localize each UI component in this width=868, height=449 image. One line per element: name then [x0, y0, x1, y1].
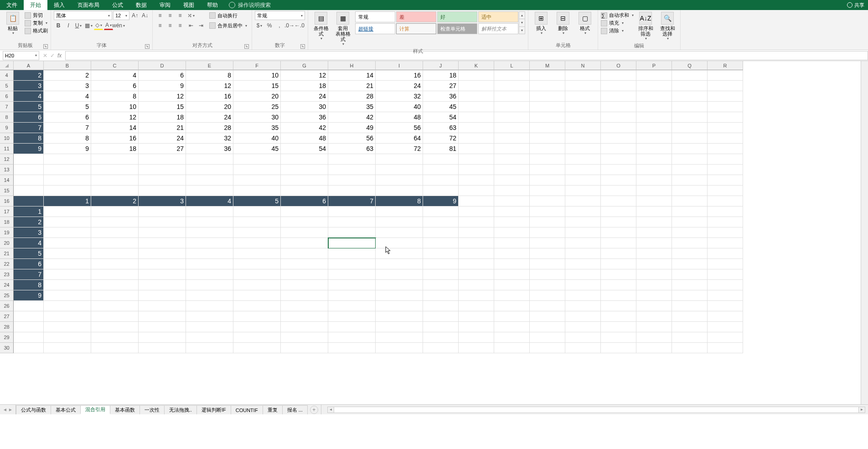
cell-E17[interactable]	[186, 206, 233, 217]
cell-P5[interactable]	[636, 81, 672, 91]
cell-C11[interactable]: 18	[91, 144, 139, 154]
cell-R19[interactable]	[708, 227, 743, 238]
col-header-N[interactable]: N	[565, 61, 601, 70]
cell-M8[interactable]	[530, 112, 565, 123]
cell-R6[interactable]	[708, 91, 743, 102]
style-neutral[interactable]: 适中	[478, 11, 518, 22]
cell-O8[interactable]	[601, 112, 636, 123]
cell-J16[interactable]: 9	[423, 196, 459, 206]
cell-R30[interactable]	[708, 343, 743, 353]
cell-I14[interactable]	[376, 175, 423, 186]
cell-G22[interactable]	[281, 259, 328, 269]
cell-B4[interactable]: 2	[44, 70, 91, 81]
cell-F11[interactable]: 45	[233, 144, 281, 154]
cell-C28[interactable]	[91, 322, 139, 332]
cell-K9[interactable]	[459, 123, 494, 133]
style-hyperlink[interactable]: 超链接	[355, 23, 395, 34]
cell-P14[interactable]	[636, 175, 672, 186]
cell-F26[interactable]	[233, 301, 281, 311]
cell-Q11[interactable]	[672, 144, 708, 154]
cell-N28[interactable]	[565, 322, 601, 332]
cell-E21[interactable]	[186, 248, 233, 259]
cell-Q28[interactable]	[672, 322, 708, 332]
cell-Q21[interactable]	[672, 248, 708, 259]
cell-L11[interactable]	[494, 144, 530, 154]
cell-D5[interactable]: 9	[139, 81, 186, 91]
cell-A25[interactable]: 9	[14, 290, 44, 301]
cell-E19[interactable]	[186, 227, 233, 238]
cell-R11[interactable]	[708, 144, 743, 154]
cell-A18[interactable]: 2	[14, 217, 44, 227]
cell-N10[interactable]	[565, 133, 601, 144]
paste-button[interactable]: 📋 粘贴 ▾	[3, 11, 23, 36]
cell-A12[interactable]	[14, 154, 44, 165]
cell-L20[interactable]	[494, 238, 530, 248]
cell-L26[interactable]	[494, 301, 530, 311]
cell-M18[interactable]	[530, 217, 565, 227]
select-all-corner[interactable]	[0, 61, 14, 70]
cell-P30[interactable]	[636, 343, 672, 353]
cell-H4[interactable]: 14	[328, 70, 376, 81]
sheet-tab[interactable]: 无法拖拽..	[164, 405, 197, 414]
cell-R5[interactable]	[708, 81, 743, 91]
cell-C29[interactable]	[91, 332, 139, 343]
cell-M21[interactable]	[530, 248, 565, 259]
cell-F24[interactable]	[233, 280, 281, 290]
cell-A29[interactable]	[14, 332, 44, 343]
cell-Q20[interactable]	[672, 238, 708, 248]
cell-H16[interactable]: 7	[328, 196, 376, 206]
cell-I20[interactable]	[376, 238, 423, 248]
cell-P10[interactable]	[636, 133, 672, 144]
row-header-8[interactable]: 8	[0, 112, 14, 123]
cell-C26[interactable]	[91, 301, 139, 311]
cell-C16[interactable]: 2	[91, 196, 139, 206]
tell-me-search[interactable]: 操作说明搜索	[229, 1, 271, 9]
cell-R18[interactable]	[708, 217, 743, 227]
cell-C20[interactable]	[91, 238, 139, 248]
cell-H19[interactable]	[328, 227, 376, 238]
cell-O13[interactable]	[601, 165, 636, 175]
cell-C12[interactable]	[91, 154, 139, 165]
cell-A19[interactable]: 3	[14, 227, 44, 238]
cell-L10[interactable]	[494, 133, 530, 144]
cell-M16[interactable]	[530, 196, 565, 206]
cell-R24[interactable]	[708, 280, 743, 290]
cell-N27[interactable]	[565, 311, 601, 322]
cell-C5[interactable]: 6	[91, 81, 139, 91]
cell-O21[interactable]	[601, 248, 636, 259]
cell-E25[interactable]	[186, 290, 233, 301]
cell-P29[interactable]	[636, 332, 672, 343]
cell-K26[interactable]	[459, 301, 494, 311]
cell-K7[interactable]	[459, 102, 494, 112]
cell-N22[interactable]	[565, 259, 601, 269]
cell-G21[interactable]	[281, 248, 328, 259]
sheet-tab[interactable]: 重复	[263, 405, 283, 414]
alignment-launcher[interactable]: ⬊	[244, 44, 249, 49]
cell-I4[interactable]: 16	[376, 70, 423, 81]
cell-D4[interactable]: 6	[139, 70, 186, 81]
name-box[interactable]: H20▾	[3, 51, 39, 60]
style-good[interactable]: 好	[437, 11, 477, 22]
col-header-E[interactable]: E	[186, 61, 233, 70]
cell-D6[interactable]: 12	[139, 91, 186, 102]
cell-M13[interactable]	[530, 165, 565, 175]
cell-H24[interactable]	[328, 280, 376, 290]
cell-K6[interactable]	[459, 91, 494, 102]
cell-Q12[interactable]	[672, 154, 708, 165]
row-header-29[interactable]: 29	[0, 332, 14, 343]
cell-J17[interactable]	[423, 206, 459, 217]
cell-J15[interactable]	[423, 186, 459, 196]
increase-indent-button[interactable]: ⇥	[196, 21, 206, 30]
cell-H27[interactable]	[328, 311, 376, 322]
cell-C18[interactable]	[91, 217, 139, 227]
cell-D27[interactable]	[139, 311, 186, 322]
sheet-tab[interactable]: 基本函数	[110, 405, 140, 414]
cell-N29[interactable]	[565, 332, 601, 343]
cell-I29[interactable]	[376, 332, 423, 343]
cell-H17[interactable]	[328, 206, 376, 217]
cell-D20[interactable]	[139, 238, 186, 248]
cell-O5[interactable]	[601, 81, 636, 91]
cell-G30[interactable]	[281, 343, 328, 353]
increase-font-button[interactable]: A↑	[130, 11, 140, 20]
cell-B25[interactable]	[44, 290, 91, 301]
